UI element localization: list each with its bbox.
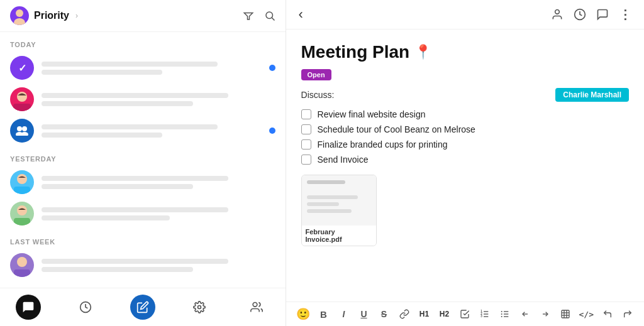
avatar xyxy=(10,119,34,143)
check-item[interactable]: Review final website design xyxy=(301,109,629,119)
right-header-left: ‹ xyxy=(299,6,303,23)
list-item[interactable] xyxy=(10,249,275,281)
line xyxy=(42,215,170,220)
check-label: Review final website design xyxy=(318,109,426,119)
avatar xyxy=(10,6,29,25)
line xyxy=(42,176,228,181)
indent-decrease-btn[interactable] xyxy=(519,309,531,319)
redo-btn[interactable] xyxy=(621,309,634,319)
chevron-icon: › xyxy=(75,11,78,20)
table-btn[interactable] xyxy=(559,309,572,319)
unread-dot xyxy=(269,128,275,134)
priority-label: Priority xyxy=(34,10,69,21)
checkbox[interactable] xyxy=(301,124,311,134)
discuss-row: Discuss: Charlie Marshall xyxy=(301,88,629,102)
h1-btn[interactable]: H1 xyxy=(418,310,431,318)
bottom-nav xyxy=(0,288,286,326)
ordered-list-btn[interactable]: 1 2 3 xyxy=(479,309,491,319)
avatar xyxy=(10,87,34,111)
list-item[interactable]: ✓ xyxy=(10,52,275,84)
svg-line-4 xyxy=(272,18,274,20)
settings-nav-btn[interactable] xyxy=(187,295,212,320)
link-btn[interactable] xyxy=(398,309,411,319)
svg-rect-38 xyxy=(562,310,569,318)
svg-point-12 xyxy=(17,174,27,184)
filter-icon[interactable] xyxy=(243,10,254,21)
svg-point-21 xyxy=(253,303,257,307)
section-yesterday: YESTERDAY xyxy=(10,146,275,166)
invoice-filename: February Invoice.pdf xyxy=(302,225,376,246)
invoice-preview xyxy=(302,175,376,225)
doc-title: Meeting Plan 📍 xyxy=(301,42,629,62)
line xyxy=(42,133,162,138)
user-icon[interactable] xyxy=(551,8,564,21)
pin-icon: 📍 xyxy=(414,44,431,60)
line xyxy=(42,101,193,106)
line xyxy=(42,207,228,212)
indent-increase-btn[interactable] xyxy=(539,309,552,319)
title-text: Meeting Plan xyxy=(301,42,410,62)
check-label: Finalize branded cups for printing xyxy=(318,139,448,149)
list-item[interactable] xyxy=(10,166,275,198)
svg-rect-6 xyxy=(13,104,31,111)
check-label: Send Invoice xyxy=(318,155,369,165)
invoice-attachment[interactable]: February Invoice.pdf xyxy=(301,175,377,246)
svg-point-18 xyxy=(18,258,26,266)
avatar xyxy=(10,253,34,277)
history-icon[interactable] xyxy=(574,8,586,21)
line xyxy=(42,184,193,189)
discuss-label: Discuss: xyxy=(301,90,335,100)
line xyxy=(42,70,162,75)
bullet-list-btn[interactable] xyxy=(499,309,511,319)
line xyxy=(42,62,218,67)
checkbox[interactable] xyxy=(301,139,311,149)
list-lines xyxy=(42,62,262,75)
check-item[interactable]: Schedule tour of Cool Beanz on Melrose xyxy=(301,124,629,134)
chat-nav-btn[interactable] xyxy=(16,295,41,320)
h2-btn[interactable]: H2 xyxy=(438,310,451,318)
search-icon[interactable] xyxy=(264,10,275,21)
right-content: Meeting Plan 📍 Open Discuss: Charlie Mar… xyxy=(286,30,644,302)
underline-btn[interactable]: U xyxy=(358,309,370,319)
svg-point-35 xyxy=(501,316,502,317)
comment-icon[interactable] xyxy=(596,8,609,21)
svg-point-14 xyxy=(17,205,27,215)
avatar xyxy=(10,170,34,194)
edit-nav-btn[interactable] xyxy=(130,295,155,320)
right-toolbar: 🙂 B I U S H1 H2 1 2 3 xyxy=(286,302,644,326)
svg-point-0 xyxy=(16,9,23,17)
checkbox[interactable] xyxy=(301,155,311,165)
section-today: TODAY xyxy=(10,32,275,52)
svg-point-9 xyxy=(22,126,27,131)
svg-rect-15 xyxy=(14,218,30,225)
more-icon[interactable]: ⋮ xyxy=(619,7,631,22)
line xyxy=(42,267,193,272)
clock-nav-btn[interactable] xyxy=(73,295,98,320)
check-item[interactable]: Finalize branded cups for printing xyxy=(301,139,629,149)
right-header-icons: ⋮ xyxy=(551,7,631,22)
avatar: ✓ xyxy=(10,56,34,80)
undo-btn[interactable] xyxy=(601,309,614,319)
svg-rect-17 xyxy=(14,269,30,277)
list-lines xyxy=(42,124,262,138)
line xyxy=(42,259,228,264)
strikethrough-btn[interactable]: S xyxy=(378,309,391,319)
list-item[interactable] xyxy=(10,115,275,146)
users-nav-btn[interactable] xyxy=(244,295,269,320)
list-item[interactable] xyxy=(10,198,275,229)
list-item[interactable] xyxy=(10,84,275,115)
checkbox[interactable] xyxy=(301,109,311,119)
svg-point-33 xyxy=(501,311,502,312)
italic-btn[interactable]: I xyxy=(338,309,350,319)
emoji-btn[interactable]: 🙂 xyxy=(296,307,310,321)
checkbox-btn[interactable] xyxy=(458,309,471,319)
check-item[interactable]: Send Invoice xyxy=(301,155,629,165)
unread-dot xyxy=(269,65,275,71)
svg-point-8 xyxy=(17,126,22,131)
back-icon[interactable]: ‹ xyxy=(299,6,303,23)
svg-point-20 xyxy=(198,306,201,309)
code-btn[interactable]: </> xyxy=(579,310,594,319)
bold-btn[interactable]: B xyxy=(318,309,330,320)
list-lines xyxy=(42,176,275,189)
check-label: Schedule tour of Cool Beanz on Melrose xyxy=(318,124,475,134)
